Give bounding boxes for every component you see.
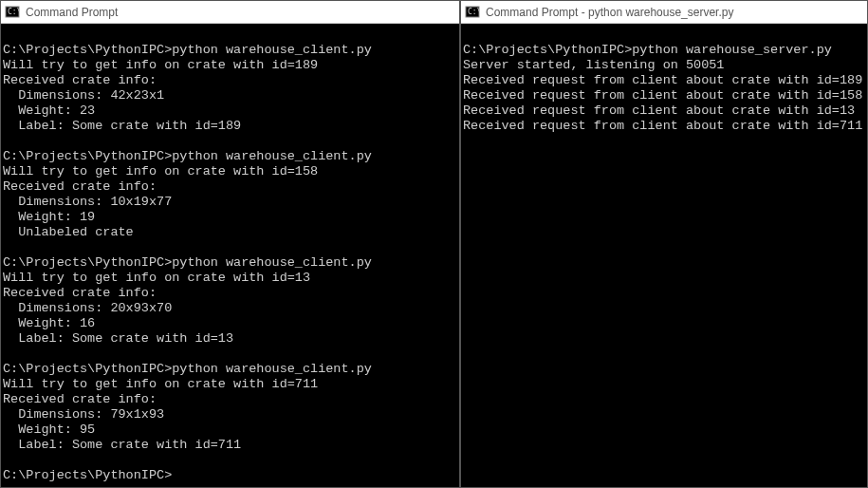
right-terminal-content[interactable]: C:\Projects\PythonIPC>python warehouse_s… — [461, 24, 867, 487]
cmd-icon: C:\ — [5, 5, 20, 20]
svg-text:C:\: C:\ — [8, 8, 20, 16]
right-terminal-window: C:\ Command Prompt - python warehouse_se… — [460, 0, 868, 488]
left-window-title: Command Prompt — [26, 6, 118, 19]
cmd-icon: C:\ — [465, 5, 480, 20]
right-titlebar[interactable]: C:\ Command Prompt - python warehouse_se… — [461, 1, 867, 24]
svg-text:C:\: C:\ — [468, 8, 480, 16]
left-titlebar[interactable]: C:\ Command Prompt — [1, 1, 459, 24]
left-terminal-content[interactable]: C:\Projects\PythonIPC>python warehouse_c… — [1, 24, 459, 487]
right-window-title: Command Prompt - python warehouse_server… — [486, 6, 733, 19]
left-terminal-window: C:\ Command Prompt C:\Projects\PythonIPC… — [0, 0, 460, 488]
